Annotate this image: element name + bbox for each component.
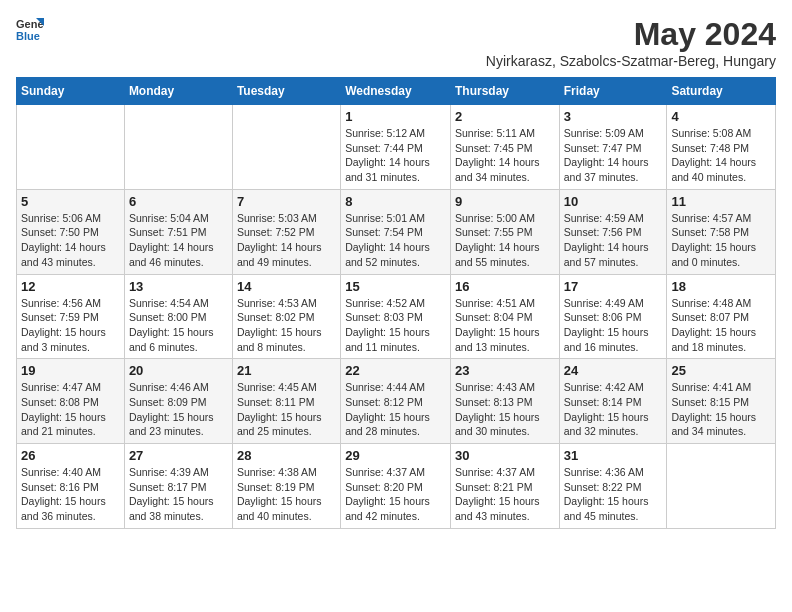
day-number: 4 xyxy=(671,109,771,124)
day-info: Sunrise: 4:59 AM Sunset: 7:56 PM Dayligh… xyxy=(564,211,663,270)
calendar-week-row: 26Sunrise: 4:40 AM Sunset: 8:16 PM Dayli… xyxy=(17,444,776,529)
calendar-week-row: 19Sunrise: 4:47 AM Sunset: 8:08 PM Dayli… xyxy=(17,359,776,444)
day-number: 27 xyxy=(129,448,228,463)
day-number: 24 xyxy=(564,363,663,378)
calendar-cell xyxy=(667,444,776,529)
day-number: 5 xyxy=(21,194,120,209)
day-info: Sunrise: 4:37 AM Sunset: 8:21 PM Dayligh… xyxy=(455,465,555,524)
calendar-cell: 3Sunrise: 5:09 AM Sunset: 7:47 PM Daylig… xyxy=(559,105,667,190)
day-info: Sunrise: 4:36 AM Sunset: 8:22 PM Dayligh… xyxy=(564,465,663,524)
calendar-cell: 4Sunrise: 5:08 AM Sunset: 7:48 PM Daylig… xyxy=(667,105,776,190)
day-info: Sunrise: 4:45 AM Sunset: 8:11 PM Dayligh… xyxy=(237,380,336,439)
day-number: 13 xyxy=(129,279,228,294)
calendar-cell: 9Sunrise: 5:00 AM Sunset: 7:55 PM Daylig… xyxy=(450,189,559,274)
day-info: Sunrise: 4:43 AM Sunset: 8:13 PM Dayligh… xyxy=(455,380,555,439)
calendar-cell: 15Sunrise: 4:52 AM Sunset: 8:03 PM Dayli… xyxy=(341,274,451,359)
month-title: May 2024 xyxy=(486,16,776,53)
calendar-cell: 25Sunrise: 4:41 AM Sunset: 8:15 PM Dayli… xyxy=(667,359,776,444)
day-number: 1 xyxy=(345,109,446,124)
day-info: Sunrise: 5:11 AM Sunset: 7:45 PM Dayligh… xyxy=(455,126,555,185)
calendar-cell: 21Sunrise: 4:45 AM Sunset: 8:11 PM Dayli… xyxy=(232,359,340,444)
calendar-cell: 23Sunrise: 4:43 AM Sunset: 8:13 PM Dayli… xyxy=(450,359,559,444)
calendar-cell: 30Sunrise: 4:37 AM Sunset: 8:21 PM Dayli… xyxy=(450,444,559,529)
calendar-header-row: SundayMondayTuesdayWednesdayThursdayFrid… xyxy=(17,78,776,105)
calendar-cell: 6Sunrise: 5:04 AM Sunset: 7:51 PM Daylig… xyxy=(124,189,232,274)
calendar-cell: 8Sunrise: 5:01 AM Sunset: 7:54 PM Daylig… xyxy=(341,189,451,274)
logo: General Blue xyxy=(16,16,44,44)
day-of-week-header: Saturday xyxy=(667,78,776,105)
day-number: 16 xyxy=(455,279,555,294)
day-number: 20 xyxy=(129,363,228,378)
day-of-week-header: Tuesday xyxy=(232,78,340,105)
day-info: Sunrise: 4:46 AM Sunset: 8:09 PM Dayligh… xyxy=(129,380,228,439)
day-info: Sunrise: 5:12 AM Sunset: 7:44 PM Dayligh… xyxy=(345,126,446,185)
calendar-cell: 19Sunrise: 4:47 AM Sunset: 8:08 PM Dayli… xyxy=(17,359,125,444)
calendar-table: SundayMondayTuesdayWednesdayThursdayFrid… xyxy=(16,77,776,529)
location-subtitle: Nyirkarasz, Szabolcs-Szatmar-Bereg, Hung… xyxy=(486,53,776,69)
day-info: Sunrise: 5:00 AM Sunset: 7:55 PM Dayligh… xyxy=(455,211,555,270)
calendar-cell xyxy=(124,105,232,190)
calendar-cell: 16Sunrise: 4:51 AM Sunset: 8:04 PM Dayli… xyxy=(450,274,559,359)
calendar-cell: 18Sunrise: 4:48 AM Sunset: 8:07 PM Dayli… xyxy=(667,274,776,359)
day-number: 14 xyxy=(237,279,336,294)
page-header: General Blue May 2024 Nyirkarasz, Szabol… xyxy=(16,16,776,69)
calendar-cell xyxy=(232,105,340,190)
day-number: 22 xyxy=(345,363,446,378)
day-number: 26 xyxy=(21,448,120,463)
day-info: Sunrise: 5:04 AM Sunset: 7:51 PM Dayligh… xyxy=(129,211,228,270)
day-number: 11 xyxy=(671,194,771,209)
day-number: 30 xyxy=(455,448,555,463)
day-info: Sunrise: 5:08 AM Sunset: 7:48 PM Dayligh… xyxy=(671,126,771,185)
day-info: Sunrise: 4:37 AM Sunset: 8:20 PM Dayligh… xyxy=(345,465,446,524)
calendar-cell: 11Sunrise: 4:57 AM Sunset: 7:58 PM Dayli… xyxy=(667,189,776,274)
calendar-cell: 24Sunrise: 4:42 AM Sunset: 8:14 PM Dayli… xyxy=(559,359,667,444)
day-of-week-header: Monday xyxy=(124,78,232,105)
calendar-cell: 20Sunrise: 4:46 AM Sunset: 8:09 PM Dayli… xyxy=(124,359,232,444)
day-number: 18 xyxy=(671,279,771,294)
title-block: May 2024 Nyirkarasz, Szabolcs-Szatmar-Be… xyxy=(486,16,776,69)
calendar-week-row: 12Sunrise: 4:56 AM Sunset: 7:59 PM Dayli… xyxy=(17,274,776,359)
calendar-cell: 22Sunrise: 4:44 AM Sunset: 8:12 PM Dayli… xyxy=(341,359,451,444)
day-number: 9 xyxy=(455,194,555,209)
day-info: Sunrise: 5:03 AM Sunset: 7:52 PM Dayligh… xyxy=(237,211,336,270)
day-info: Sunrise: 4:48 AM Sunset: 8:07 PM Dayligh… xyxy=(671,296,771,355)
day-info: Sunrise: 4:38 AM Sunset: 8:19 PM Dayligh… xyxy=(237,465,336,524)
day-number: 10 xyxy=(564,194,663,209)
day-number: 2 xyxy=(455,109,555,124)
svg-text:Blue: Blue xyxy=(16,30,40,42)
calendar-cell: 13Sunrise: 4:54 AM Sunset: 8:00 PM Dayli… xyxy=(124,274,232,359)
calendar-cell: 5Sunrise: 5:06 AM Sunset: 7:50 PM Daylig… xyxy=(17,189,125,274)
day-number: 19 xyxy=(21,363,120,378)
day-info: Sunrise: 4:39 AM Sunset: 8:17 PM Dayligh… xyxy=(129,465,228,524)
day-number: 25 xyxy=(671,363,771,378)
calendar-cell: 12Sunrise: 4:56 AM Sunset: 7:59 PM Dayli… xyxy=(17,274,125,359)
day-info: Sunrise: 4:44 AM Sunset: 8:12 PM Dayligh… xyxy=(345,380,446,439)
day-info: Sunrise: 4:56 AM Sunset: 7:59 PM Dayligh… xyxy=(21,296,120,355)
calendar-cell: 7Sunrise: 5:03 AM Sunset: 7:52 PM Daylig… xyxy=(232,189,340,274)
day-info: Sunrise: 4:42 AM Sunset: 8:14 PM Dayligh… xyxy=(564,380,663,439)
day-info: Sunrise: 4:52 AM Sunset: 8:03 PM Dayligh… xyxy=(345,296,446,355)
day-info: Sunrise: 4:49 AM Sunset: 8:06 PM Dayligh… xyxy=(564,296,663,355)
calendar-cell: 27Sunrise: 4:39 AM Sunset: 8:17 PM Dayli… xyxy=(124,444,232,529)
calendar-cell: 26Sunrise: 4:40 AM Sunset: 8:16 PM Dayli… xyxy=(17,444,125,529)
calendar-cell: 29Sunrise: 4:37 AM Sunset: 8:20 PM Dayli… xyxy=(341,444,451,529)
day-number: 29 xyxy=(345,448,446,463)
day-number: 15 xyxy=(345,279,446,294)
day-number: 23 xyxy=(455,363,555,378)
day-of-week-header: Thursday xyxy=(450,78,559,105)
day-number: 12 xyxy=(21,279,120,294)
day-of-week-header: Sunday xyxy=(17,78,125,105)
day-of-week-header: Wednesday xyxy=(341,78,451,105)
day-number: 8 xyxy=(345,194,446,209)
day-number: 21 xyxy=(237,363,336,378)
day-number: 28 xyxy=(237,448,336,463)
calendar-week-row: 1Sunrise: 5:12 AM Sunset: 7:44 PM Daylig… xyxy=(17,105,776,190)
calendar-cell: 1Sunrise: 5:12 AM Sunset: 7:44 PM Daylig… xyxy=(341,105,451,190)
calendar-week-row: 5Sunrise: 5:06 AM Sunset: 7:50 PM Daylig… xyxy=(17,189,776,274)
day-info: Sunrise: 4:53 AM Sunset: 8:02 PM Dayligh… xyxy=(237,296,336,355)
calendar-cell: 31Sunrise: 4:36 AM Sunset: 8:22 PM Dayli… xyxy=(559,444,667,529)
day-info: Sunrise: 4:57 AM Sunset: 7:58 PM Dayligh… xyxy=(671,211,771,270)
day-number: 17 xyxy=(564,279,663,294)
logo-icon: General Blue xyxy=(16,16,44,44)
day-info: Sunrise: 4:47 AM Sunset: 8:08 PM Dayligh… xyxy=(21,380,120,439)
